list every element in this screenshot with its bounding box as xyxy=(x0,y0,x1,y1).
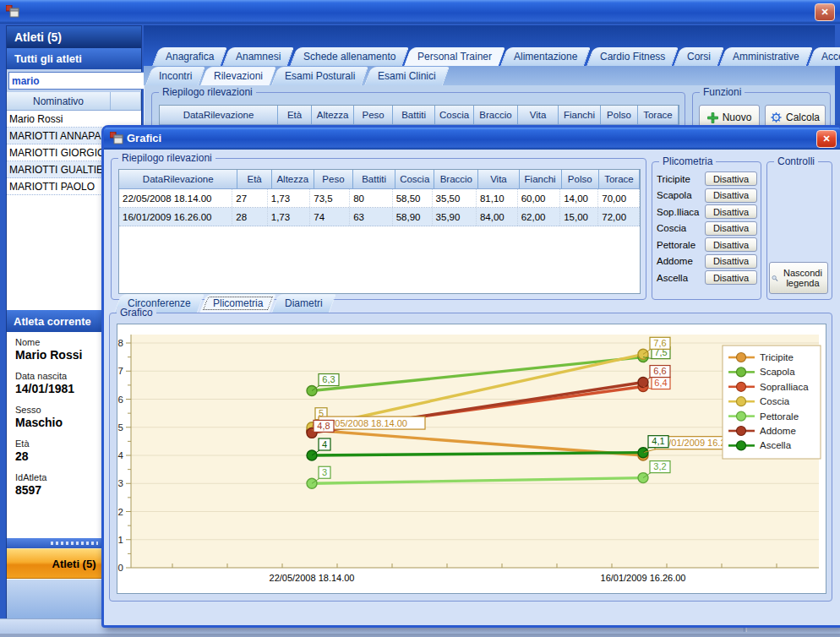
column-nominativo[interactable]: Nominativo xyxy=(7,92,111,110)
column-header-polso[interactable]: Polso xyxy=(562,170,599,188)
point-label: 6,6 xyxy=(653,366,666,376)
nuovo-button-label: Nuovo xyxy=(723,112,752,123)
tab-alimentazione[interactable]: Alimentazione xyxy=(500,47,591,66)
nascondi-legenda-button[interactable]: Nascondi legenda xyxy=(769,262,828,294)
column-header-battiti[interactable]: Battiti xyxy=(353,170,395,188)
x-axis-label: 16/01/2009 16.26.00 xyxy=(601,573,686,583)
legend-label-pettorale: Pettorale xyxy=(760,411,799,422)
legend-label-tricipite: Tricipite xyxy=(760,352,794,362)
dialog-titlebar[interactable]: Grafici ✕ xyxy=(104,128,840,150)
plico-row-addome: AddomeDisattiva xyxy=(652,253,761,270)
y-tick-label: 4 xyxy=(118,450,124,460)
cell: 80 xyxy=(350,189,393,207)
grip-dots xyxy=(51,542,98,545)
column-header-peso[interactable]: Peso xyxy=(314,170,353,188)
y-tick-label: 1 xyxy=(118,535,123,545)
plico-label-sop-iliaca: Sop.Iliaca xyxy=(657,207,700,217)
y-tick-label: 6 xyxy=(118,395,123,405)
plico-label-addome: Addome xyxy=(657,256,693,266)
sub-tabs: IncontriRilevazioniEsami PosturaliEsami … xyxy=(144,66,835,85)
cell: 1,73 xyxy=(268,189,311,207)
column-header-braccio[interactable]: Braccio xyxy=(434,170,478,188)
column-header-vita[interactable]: Vita xyxy=(518,106,559,124)
column-header-torace[interactable]: Torace xyxy=(599,170,640,188)
disattiva-button-ascella[interactable]: Disattiva xyxy=(705,270,757,285)
column-header-fianchi[interactable]: Fianchi xyxy=(520,170,562,188)
column-header-altezza[interactable]: Altezza xyxy=(272,170,314,188)
column-header-polso[interactable]: Polso xyxy=(601,106,638,124)
column-header-datarilevazione[interactable]: DataRilevazione xyxy=(119,170,237,188)
y-tick-label: 5 xyxy=(118,422,123,433)
dialog-close-button[interactable]: ✕ xyxy=(816,130,837,148)
tab-cardio-fitness[interactable]: Cardio Fitness xyxy=(586,47,679,66)
tab-amministrative[interactable]: Amministrative xyxy=(719,47,813,66)
tab-label: Personal Trainer xyxy=(417,51,492,63)
column-header-vita[interactable]: Vita xyxy=(478,170,519,188)
disattiva-button-tricipite[interactable]: Disattiva xyxy=(705,172,757,186)
column-header-coscia[interactable]: Coscia xyxy=(395,170,434,188)
table-row[interactable]: 16/01/2009 16.26.00281,73746358,9035,908… xyxy=(119,208,640,226)
main-tabs: AnagraficaAnamnesiSchede allenamentoPers… xyxy=(144,46,835,66)
chart-tab-label: Diametri xyxy=(285,297,323,309)
cell: 81,10 xyxy=(477,189,518,207)
column-header-et[interactable]: Età xyxy=(278,106,312,124)
y-tick-label: 2 xyxy=(118,507,123,517)
column-header-torace[interactable]: Torace xyxy=(638,106,679,124)
point-label: 4 xyxy=(322,439,327,449)
tab-accessi[interactable]: Accessi xyxy=(808,47,840,66)
main-close-button[interactable]: ✕ xyxy=(815,3,835,21)
legend-label-coscia: Coscia xyxy=(760,396,790,406)
subtab-esami-posturali[interactable]: Esami Posturali xyxy=(271,67,368,85)
column-header-datarilevazione[interactable]: DataRilevazione xyxy=(160,106,278,124)
column-header-altezza[interactable]: Altezza xyxy=(312,106,354,124)
y-tick-label: 3 xyxy=(118,478,123,488)
column-header-battiti[interactable]: Battiti xyxy=(393,106,435,124)
tab-anamnesi[interactable]: Anamnesi xyxy=(222,47,294,66)
tab-anagrafica[interactable]: Anagrafica xyxy=(152,47,227,66)
chart-tab-plicometria[interactable]: Plicometria xyxy=(199,294,276,313)
application-window: ✕ Atleti (5) Tutti gli atleti Nominativo… xyxy=(0,0,840,637)
subtab-rilevazioni[interactable]: Rilevazioni xyxy=(200,67,276,85)
legend-label-scapola: Scapola xyxy=(760,367,795,377)
cell: 16/01/2009 16.26.00 xyxy=(119,208,232,226)
disattiva-button-coscia[interactable]: Disattiva xyxy=(705,221,757,236)
cell: 74 xyxy=(310,208,350,226)
column-header-coscia[interactable]: Coscia xyxy=(435,106,474,124)
search-input[interactable] xyxy=(8,72,150,90)
column-header-braccio[interactable]: Braccio xyxy=(474,106,518,124)
tab-label: Corsi xyxy=(687,51,711,63)
column-header-peso[interactable]: Peso xyxy=(354,106,393,124)
tab-label: Anamnesi xyxy=(236,51,281,63)
column-spacer xyxy=(111,92,141,110)
chart-tab-diametri[interactable]: Diametri xyxy=(271,294,336,313)
plico-row-scapola: ScapolaDisattiva xyxy=(652,188,761,204)
cell: 35,50 xyxy=(433,189,477,207)
point-label: 3,2 xyxy=(653,461,666,471)
disattiva-button-sop-iliaca[interactable]: Disattiva xyxy=(705,204,757,219)
point-label: 3 xyxy=(322,467,327,477)
column-header-et[interactable]: Età xyxy=(237,170,271,188)
dialog-measurements-table: DataRilevazioneEtàAltezzaPesoBattitiCosc… xyxy=(118,169,641,294)
disattiva-button-addome[interactable]: Disattiva xyxy=(705,254,757,269)
tab-corsi[interactable]: Corsi xyxy=(674,47,724,66)
list-header: Nominativo xyxy=(7,92,141,111)
subtab-label: Esami Posturali xyxy=(285,70,355,82)
tab-label: Anagrafica xyxy=(166,51,214,63)
form-icon xyxy=(6,5,19,18)
tab-schede-allenamento[interactable]: Schede allenamento xyxy=(290,47,409,66)
plicometria-chart: 01234567822/05/2008 18.14.0016/01/2009 1… xyxy=(117,324,826,593)
point-label: 7,6 xyxy=(653,338,666,348)
legend-label-addome: Addome xyxy=(760,426,796,436)
calcola-button-label: Calcola xyxy=(786,112,820,123)
column-header-fianchi[interactable]: Fianchi xyxy=(559,106,601,124)
cell: 62,00 xyxy=(518,208,561,226)
chart-tab-label: Plicometria xyxy=(213,297,263,309)
table-row[interactable]: 22/05/2008 18.14.00271,7373,58058,5035,5… xyxy=(119,189,640,208)
tab-personal-trainer[interactable]: Personal Trainer xyxy=(404,47,505,66)
disattiva-button-scapola[interactable]: Disattiva xyxy=(705,188,757,203)
subtab-incontri[interactable]: Incontri xyxy=(145,67,205,85)
cell: 14,00 xyxy=(560,189,598,207)
point-label: 6,4 xyxy=(654,378,667,388)
disattiva-button-pettorale[interactable]: Disattiva xyxy=(705,237,757,252)
subtab-esami-clinici[interactable]: Esami Clinici xyxy=(364,67,450,85)
